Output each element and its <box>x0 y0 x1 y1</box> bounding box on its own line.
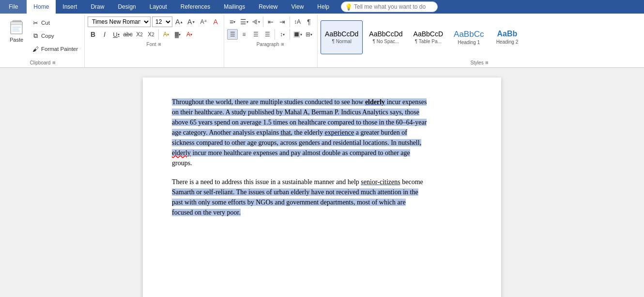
para1-line4-end: a greater burden of <box>354 129 407 136</box>
clipboard-small-buttons: ✂ Cut ⧉ Copy 🖌 Format Painter <box>29 16 80 55</box>
para1-text-before: Throughout the world, there are multiple… <box>172 98 365 106</box>
para1-line4-after: , the elderly <box>291 129 325 136</box>
font-label: Font ⊞ <box>87 41 222 49</box>
sort-button[interactable]: ↕A <box>292 16 303 27</box>
svg-rect-4 <box>12 29 19 30</box>
styles-label: Styles ⊞ <box>320 59 640 67</box>
justify-button[interactable]: ☰ <box>262 29 273 40</box>
para2-line4: focused on the very poor. <box>172 209 241 216</box>
clipboard-label: Clipboard ⊞ <box>5 59 81 67</box>
char-shading-button[interactable]: ▓▾ <box>172 29 183 40</box>
clipboard-expand-icon[interactable]: ⊞ <box>51 61 56 65</box>
para2-senior-citizens: senior-citizens <box>361 178 400 186</box>
font-name-select[interactable]: Times New Roman <box>88 16 151 27</box>
tab-references[interactable]: References <box>174 0 217 14</box>
para1-line7: groups. <box>172 159 192 167</box>
shading-button[interactable]: 🔳▾ <box>292 29 303 40</box>
format-painter-button[interactable]: 🖌 Format Painter <box>29 43 80 55</box>
para1-elderly2: elderly <box>172 149 191 156</box>
copy-button[interactable]: ⧉ Copy <box>29 30 80 42</box>
superscript-button[interactable]: X2 <box>146 29 156 40</box>
para-sep3 <box>275 29 275 40</box>
paragraph-1: Throughout the world, there are multiple… <box>172 97 472 168</box>
copy-icon: ⧉ <box>31 32 39 40</box>
align-right-button[interactable]: ☰ <box>250 29 261 40</box>
tab-home[interactable]: Home <box>27 0 56 14</box>
para2-text-after: become <box>400 178 423 186</box>
styles-expand-icon[interactable]: ⊞ <box>485 61 490 65</box>
increase-indent-button[interactable]: ⇥ <box>277 16 288 27</box>
para1-that: that <box>281 129 291 136</box>
clipboard-buttons: Paste ✂ Cut ⧉ Copy 🖌 Format Painter <box>5 15 81 59</box>
paste-button[interactable]: Paste <box>6 16 27 45</box>
decrease-indent-button[interactable]: ⇤ <box>265 16 276 27</box>
tell-me-input[interactable] <box>341 1 438 12</box>
borders-button[interactable]: ⊞▾ <box>304 29 314 40</box>
cut-button[interactable]: ✂ Cut <box>29 16 80 29</box>
clear-formatting-button[interactable]: A <box>210 16 221 27</box>
underline-button[interactable]: U ▾ <box>111 29 122 40</box>
copy-label: Copy <box>41 33 54 39</box>
paragraph-label: Paragraph ⊞ <box>226 41 315 49</box>
para1-line4-before: age category. Another analysis explains <box>172 129 281 136</box>
paragraph-section: ≡▾ ☰▾ ⫷▾ ⇤ ⇥ ↕A ¶ ☰ ≡ ☰ ☰ ↕▾ 🔳▾ ⊞▾ <box>224 15 318 67</box>
underline-dropdown-icon[interactable]: ▾ <box>118 32 120 37</box>
shrink-font-button[interactable]: A▼ <box>186 16 197 27</box>
style-normal-label: ¶ Normal <box>332 39 352 44</box>
para2-line2: Samarth or self-reliant. The issues of u… <box>172 188 418 196</box>
font-row1: Times New Roman 12 A▲ A▼ Aᵃ A <box>87 15 222 28</box>
multilevel-list-button[interactable]: ⫷▾ <box>250 16 261 27</box>
subscript-button[interactable]: X2 <box>134 29 145 40</box>
font-color-button[interactable]: A▾ <box>184 29 195 40</box>
font-expand-icon[interactable]: ⊞ <box>157 42 162 47</box>
para1-selected-text: Throughout the world, there are multiple… <box>172 98 427 156</box>
cut-icon: ✂ <box>31 19 39 27</box>
style-no-spacing[interactable]: AaBbCcDd ¶ No Spac... <box>365 20 407 54</box>
numbering-button[interactable]: ☰▾ <box>239 16 249 27</box>
para1-line6-after: incur more healthcare expenses and pay a… <box>191 149 410 156</box>
change-case-button[interactable]: Aᵃ <box>198 16 209 27</box>
style-table-para-label: ¶ Table Pa... <box>415 39 442 44</box>
tab-insert[interactable]: Insert <box>56 0 84 14</box>
document-page[interactable]: Throughout the world, there are multiple… <box>143 78 501 297</box>
toolbar: Paste ✂ Cut ⧉ Copy 🖌 Format Painter <box>0 14 644 68</box>
font-section: Times New Roman 12 A▲ A▼ Aᵃ A B I U ▾ ab… <box>85 15 224 67</box>
bold-button[interactable]: B <box>88 29 98 40</box>
para-sep2 <box>290 16 290 27</box>
tab-mailings[interactable]: Mailings <box>217 0 252 14</box>
tab-file[interactable]: File <box>0 0 27 14</box>
show-paragraph-button[interactable]: ¶ <box>304 16 314 27</box>
font-size-select[interactable]: 12 <box>152 16 172 27</box>
tab-review[interactable]: Review <box>252 0 284 14</box>
tell-me-wrapper: 💡 <box>341 0 438 14</box>
tab-design[interactable]: Design <box>111 0 142 14</box>
tab-help[interactable]: Help <box>310 0 336 14</box>
svg-rect-3 <box>12 27 21 28</box>
style-normal[interactable]: AaBbCcDd ¶ Normal <box>321 20 363 54</box>
line-spacing-button[interactable]: ↕▾ <box>277 29 288 40</box>
grow-font-button[interactable]: A▲ <box>174 16 184 27</box>
clipboard-section: Paste ✂ Cut ⧉ Copy 🖌 Format Painter <box>2 15 85 67</box>
style-no-spacing-text: AaBbCcDd <box>369 31 402 37</box>
para2-text-before: There is a need to address this issue in… <box>172 178 361 186</box>
style-no-spacing-label: ¶ No Spac... <box>373 39 399 44</box>
para1-after-elderly1: incur expenses <box>385 98 427 106</box>
paragraph-expand-icon[interactable]: ⊞ <box>280 42 285 47</box>
text-highlight-button[interactable]: A▾ <box>161 29 171 40</box>
align-left-button[interactable]: ☰ <box>227 29 238 40</box>
tab-bar: File Home Insert Draw Design Layout Refe… <box>0 0 644 14</box>
tab-layout[interactable]: Layout <box>143 0 174 14</box>
style-heading1[interactable]: AaBbCc Heading 1 <box>449 20 488 54</box>
svg-rect-5 <box>12 31 20 31</box>
paragraph-row1: ≡▾ ☰▾ ⫷▾ ⇤ ⇥ ↕A ¶ <box>226 15 315 28</box>
align-center-button[interactable]: ≡ <box>239 29 249 40</box>
bullets-button[interactable]: ≡▾ <box>227 16 238 27</box>
style-table-para[interactable]: AaBbCcD ¶ Table Pa... <box>409 20 447 54</box>
tab-draw[interactable]: Draw <box>84 0 111 14</box>
strikethrough-button[interactable]: abc <box>123 29 133 40</box>
tab-view[interactable]: View <box>285 0 311 14</box>
paragraph-row2: ☰ ≡ ☰ ☰ ↕▾ 🔳▾ ⊞▾ <box>226 28 315 41</box>
italic-button[interactable]: I <box>99 29 110 40</box>
para-sep1 <box>263 16 263 27</box>
style-heading2[interactable]: AaBb Heading 2 <box>490 20 524 54</box>
